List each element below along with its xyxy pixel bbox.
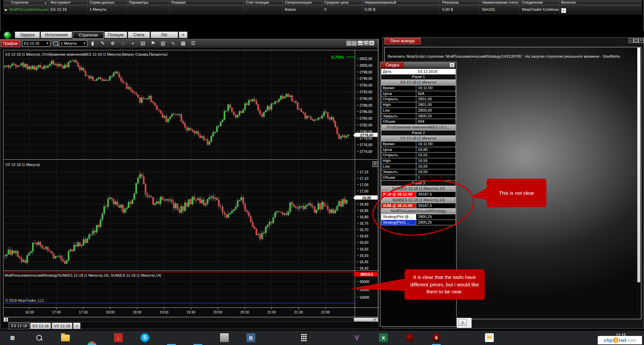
grid-column-header[interactable]: Синхронизация [283,0,322,5]
es-axis-tick: 2782,00 [360,123,372,127]
p3-axis-tick: 10000 [360,295,369,299]
grid-column-header[interactable]: Серии данных [88,0,127,5]
grid-column-header[interactable]: Счет позиции [244,0,283,5]
tab-Ордера[interactable]: Ордера [15,32,40,38]
chart-tab-add[interactable]: + [73,323,80,329]
zoom-out-icon[interactable]: ⊖ [119,40,126,47]
instrument-search-icon[interactable] [53,41,58,46]
chart-minimize-button[interactable]: — [358,41,363,46]
time-axis-tick: 22:00 [318,310,333,314]
ninjatrader-icon[interactable] [406,333,414,342]
chart-horizontal-scrollbar[interactable]: ◀ ▶ [3,318,378,322]
callout2-text: It is clear that the tools have differen… [408,274,481,295]
grid-column-header[interactable]: Включен [559,0,642,5]
summary-kv-row: Открыть2801,00 [381,97,456,102]
grid-column-header[interactable]: Реализов. [440,0,480,5]
app-maximize-button[interactable] [634,38,639,43]
excel-icon[interactable]: X [379,333,388,342]
tab-+[interactable]: + [179,32,187,38]
bitrix-icon[interactable]: B [247,333,255,342]
summary-titlebar[interactable] [404,62,455,68]
instrument-select[interactable]: ES 12-18 ▼ [22,40,50,47]
summary-kv-row: StrategyPlot1…2800,25 [381,220,456,226]
visual-studio-icon[interactable]: V [353,333,361,342]
time-axis-tick: 18:00 [103,310,118,314]
chart-tab-ES-12-18[interactable]: ES 12-18 [30,323,51,329]
output-window-title[interactable]: Окно вывода [384,38,421,44]
grid-column-header[interactable]: Наименование счета [480,0,520,5]
chart-tab-VX-12-18[interactable]: VX 12-18 [52,323,72,329]
vx-axis-tick: 16,60 [360,240,368,244]
calculator-icon[interactable] [301,333,307,342]
flag-icon[interactable]: ⚑ [149,40,157,47]
strategies-grid-row[interactable]: ▶МойПользовательский:ES 12-181 Минута--В… [3,5,642,14]
summary-close-icon[interactable]: ✕ [449,63,454,67]
grid-icon[interactable]: ▦ [179,40,187,47]
tab-Исполнения[interactable]: Исполнения [41,32,72,38]
download-icon[interactable]: ↓ [114,333,123,342]
tab-Лог[interactable]: Лог [151,32,178,38]
grid-column-header[interactable]: Параметры [127,0,169,5]
scrollbar-thumb[interactable] [354,318,373,322]
panel-grid-icon[interactable] [346,41,352,46]
windows-start-icon[interactable]: ⊞ [8,333,17,342]
panel2-f-button[interactable]: F [372,161,378,167]
wave-icon[interactable]: ∿ [169,40,177,47]
tab-Позиции[interactable]: Позиции [104,32,127,38]
summary-title: Сводка [381,62,404,68]
es-axis-tick: 2776,00 [360,143,372,147]
grid-column-header[interactable]: Инструмент [49,0,88,5]
output-scrollbar[interactable] [637,48,640,282]
time-axis-tick: 18:30 [130,310,145,314]
chart-tab-ES-12-18[interactable]: ES 12-18 [9,323,30,329]
tab-Счета[interactable]: Счета [128,32,150,38]
zoom-in-icon[interactable]: ⊕ [109,40,116,47]
vx-axis-tick: 16,45 [360,260,368,264]
summary-kv-row: Время16:11:00 [381,141,456,147]
candlestick-icon[interactable]: ▮ [89,40,96,47]
ninjatrader8-icon[interactable]: 8 [432,333,441,342]
summary-section-row: ES 12-18 (1 Минута) [381,80,456,85]
summary-section-row: Panel 2 [381,130,456,136]
fax-icon[interactable] [220,333,229,342]
list-icon[interactable]: ☰ [190,40,197,47]
enabled-checkbox[interactable]: ✓ [561,8,566,13]
grid-column-header[interactable]: Соединение [520,0,559,5]
chevron-down-icon: ▼ [46,41,49,46]
pencil-icon[interactable]: ✎ [99,40,106,47]
panel-grid2-icon[interactable] [352,41,357,46]
tab-Стратегии[interactable]: Стратегии [73,31,104,39]
skype-icon[interactable]: S [141,333,149,342]
summary-section-row: SUM(ES 12-18 (1 Минута),14) [381,197,456,203]
summary-kv-row: SUM @ 16:11:0039187,5 [381,192,456,197]
grid-column-header[interactable]: Средняя цена [322,0,363,5]
es-axis-tick: 2800,00 [360,63,372,67]
bars-icon[interactable]: ▥ [159,40,167,47]
crosshair-icon[interactable]: + [129,40,137,47]
summary-kv-row: StrategyPlot @…2800,25 [381,214,456,220]
script-icon[interactable]: ▤ [139,40,147,47]
chart-window-title[interactable]: График [1,40,20,47]
grid-column-header[interactable]: Нереализованный [363,0,440,5]
vx-axis-tick: 16,70 [360,228,368,232]
grid-cell: 0,00 $ [440,5,480,14]
grid-column-header[interactable]: Позиция [169,0,244,5]
grid-cell: ✓ [559,5,642,14]
app-minimize-button[interactable]: — [629,38,634,43]
scroll-left-icon[interactable]: ◀ [4,318,8,322]
grid-cell: Sim101 [480,5,520,14]
summary-section-row: Panel 3 [381,181,456,186]
grid-column-header[interactable]: Стратегия▲ [3,0,49,5]
es-axis-tick: 2796,00 [360,76,372,80]
app-close-button[interactable]: ✕ [639,38,644,43]
explorer-icon[interactable] [61,335,70,341]
chart-maximize-button[interactable] [363,41,369,46]
chart-close-button[interactable]: ✕ [369,41,374,46]
interval-select[interactable]: 1 Минута ▼ [59,40,87,47]
output-tab-2[interactable]: 2 [458,319,467,326]
mail-ru-icon[interactable]: M [485,333,494,342]
search-icon[interactable] [35,333,43,342]
scroll-right-icon[interactable]: ▶ [374,318,378,322]
summary-section-row: Отображение изменений(ES 12-1… [381,125,456,130]
summary-kv-row: Объем1 [381,175,456,181]
